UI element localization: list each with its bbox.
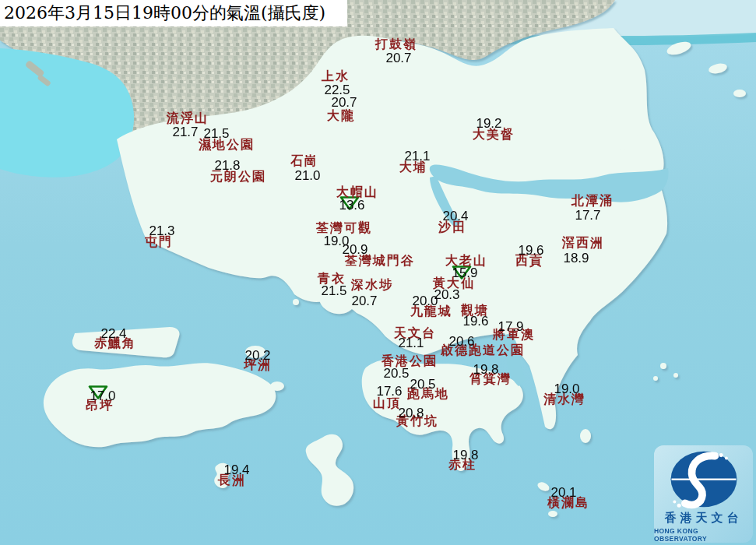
station-temperature: 21.1 (404, 149, 430, 163)
station-temperature: 21.3 (149, 224, 174, 237)
station-temperature: 17.6 (376, 385, 402, 398)
station-temperature: 17.7 (575, 209, 600, 222)
station-name: 打鼓嶺 (375, 38, 417, 51)
station-temperature: 20.7 (385, 51, 411, 65)
station-name: 深水埗 (351, 279, 393, 291)
station-temperature: 20.6 (448, 335, 474, 348)
station-temperature: 19.2 (476, 117, 501, 130)
stations-layer: 打鼓嶺 20.7 上水 22.5 大隴 20.7 流浮山 21.7 濕地公園 2… (0, 0, 756, 545)
station-temperature: 21.7 (172, 125, 198, 139)
hko-logo: 香港天文台 HONG KONG OBSERVATORY (654, 445, 753, 543)
station-name: 滘西洲 (562, 237, 604, 249)
station-temperature: 20.7 (351, 294, 377, 308)
station-temperature: 20.1 (550, 486, 576, 499)
station-temperature: 20.0 (412, 294, 438, 308)
station-temperature: 18.9 (563, 251, 589, 265)
station-temperature: 21.1 (398, 336, 424, 350)
station-temperature: 21.5 (203, 127, 229, 140)
station-name: 山頂 (373, 397, 401, 410)
station-temperature: 19.8 (452, 448, 478, 462)
station-temperature: 20.5 (383, 367, 409, 380)
station-name: 北潭涌 (571, 195, 614, 207)
station-temperature: 19.6 (518, 244, 543, 257)
temperature-map: 2026年3月15日19時00分的氣溫(攝氏度) 打鼓嶺 20.7 上水 22.… (0, 0, 756, 545)
station-temperature: 19.4 (223, 463, 249, 476)
station-temperature: 21.5 (321, 284, 346, 297)
map-title: 2026年3月15日19時00分的氣溫(攝氏度) (0, 0, 347, 26)
hko-logo-english: HONG KONG OBSERVATORY (654, 527, 753, 543)
station-temperature: 20.4 (442, 209, 468, 223)
station-temperature: 21.8 (214, 159, 240, 172)
station-temperature: 19.0 (554, 382, 579, 396)
station-temperature: 21.0 (294, 169, 320, 182)
station-temperature: 17.0 (90, 389, 115, 403)
station-temperature: 19.8 (473, 363, 498, 376)
station-name: 石崗 (290, 155, 318, 167)
station-temperature: 19.6 (462, 315, 488, 328)
station-temperature: 20.8 (398, 406, 424, 420)
station-temperature: 20.9 (342, 243, 367, 256)
station-name: 流浮山 (167, 112, 209, 125)
station-temperature: 13.6 (339, 199, 364, 212)
station-temperature: 20.7 (331, 96, 357, 109)
hko-emblem-icon (656, 447, 751, 512)
station-temperature: 20.2 (244, 349, 270, 362)
station-temperature: 17.9 (498, 320, 523, 333)
station-name: 大隴 (327, 110, 355, 122)
hko-logo-chinese: 香港天文台 (665, 511, 743, 526)
station-temperature: 22.4 (100, 327, 126, 340)
station-temperature: 20.5 (410, 378, 435, 391)
station-name: 上水 (322, 70, 350, 83)
